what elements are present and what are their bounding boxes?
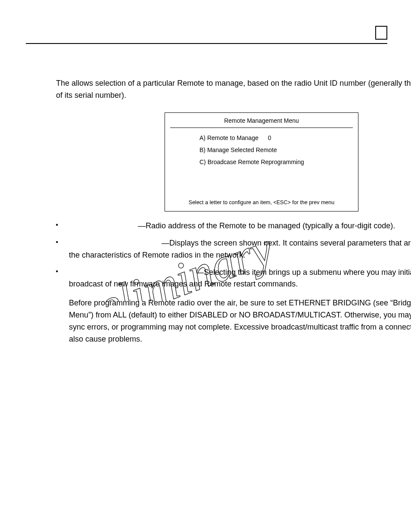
intro-post: allows selection of a particular Remote … (56, 79, 411, 100)
menu-item: A) Remote to Manage 0 (165, 132, 358, 144)
menu-item: C) Broadcase Remote Reprogramming (165, 156, 358, 168)
list-item: —Selecting this item brings up a submenu… (56, 267, 411, 291)
menu-item: B) Manage Selected Remote (165, 144, 358, 156)
menu-divider (170, 128, 353, 128)
list-item: —Radio address of the Remote to be manag… (56, 220, 411, 232)
header-rule (26, 43, 387, 44)
list-item: —Displays the screen shown next. It cont… (56, 237, 411, 261)
menu-item-label: A) Remote to Manage (199, 134, 258, 141)
bullet-text: —Radio address of the Remote to be manag… (138, 221, 395, 230)
menu-item-label: B) Manage Selected Remote (199, 146, 277, 153)
intro-paragraph: The allows selection of a particular Rem… (56, 78, 411, 102)
bullet-text: —Selecting this item brings up a submenu… (69, 268, 411, 289)
bullet-text: —Displays the screen shown next. It cont… (69, 239, 411, 259)
corner-marker (375, 26, 387, 40)
menu-item-value: 0 (268, 134, 271, 143)
bullet-list: —Radio address of the Remote to be manag… (56, 220, 411, 290)
note-paragraph: Before programming a Remote radio over t… (56, 297, 411, 345)
intro-pre: The (56, 79, 72, 87)
menu-footer: Select a letter to configure an item, <E… (165, 199, 358, 207)
menu-title: Remote Management Menu (165, 113, 358, 128)
menu-screenshot: Remote Management Menu A) Remote to Mana… (165, 112, 358, 212)
menu-item-label: C) Broadcase Remote Reprogramming (199, 159, 304, 165)
